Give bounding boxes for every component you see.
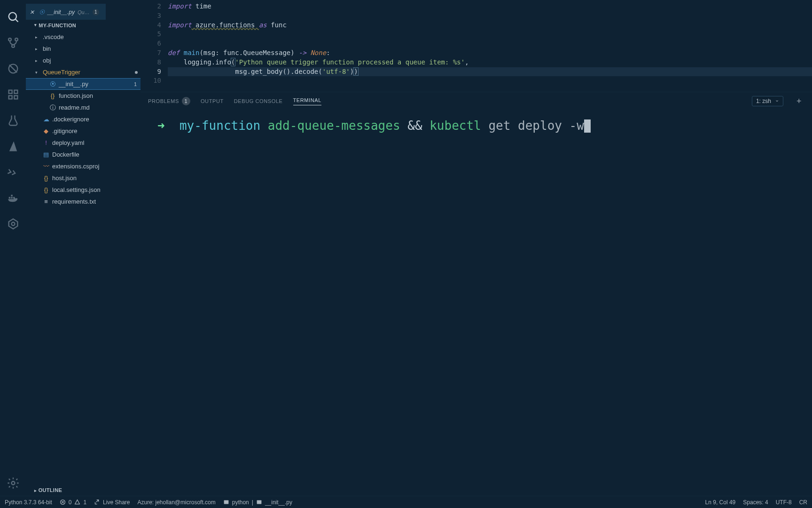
tree-item--dockerignore[interactable]: ☁.dockerignore bbox=[26, 113, 141, 125]
outline-section-header[interactable]: ▸ OUTLINE bbox=[26, 484, 141, 496]
tree-item-Dockerfile[interactable]: ▤Dockerfile bbox=[26, 149, 141, 160]
file-type-icon: ≡ bbox=[43, 198, 49, 205]
code-content: import time import azure.functions as fu… bbox=[168, 0, 812, 92]
explorer-section-header[interactable]: ▾ MY-FUNCTION bbox=[26, 20, 141, 31]
status-spaces[interactable]: Spaces: 4 bbox=[743, 499, 768, 506]
svg-point-3 bbox=[15, 38, 18, 41]
docker-icon[interactable] bbox=[0, 185, 26, 211]
test-icon[interactable] bbox=[0, 107, 26, 133]
tree-item-host-json[interactable]: {}host.json bbox=[26, 172, 141, 184]
terminal-selector[interactable]: 1: zsh bbox=[752, 96, 783, 106]
tab-terminal[interactable]: TERMINAL bbox=[293, 97, 321, 105]
file-type-icon: ◆ bbox=[43, 127, 49, 135]
file-type-icon: ⦿ bbox=[49, 80, 56, 87]
tree-item-__init__-py[interactable]: ⦿__init__.py1 bbox=[26, 78, 141, 90]
file-type-icon: ⓘ bbox=[49, 103, 56, 112]
svg-point-2 bbox=[8, 38, 11, 41]
tab-output[interactable]: OUTPUT bbox=[201, 98, 224, 104]
kubernetes-icon[interactable] bbox=[0, 211, 26, 237]
file-type-icon: {} bbox=[43, 186, 49, 193]
status-cursor[interactable]: Ln 9, Col 49 bbox=[705, 499, 736, 506]
tab-folder: Qu… bbox=[78, 9, 90, 15]
editor-tab[interactable]: ✕ ⦿ __init__.py Qu… 1 bbox=[26, 4, 106, 20]
python-env-icon bbox=[223, 499, 229, 505]
tree-item-extensions-csproj[interactable]: 〰extensions.csproj bbox=[26, 160, 141, 172]
svg-rect-12 bbox=[11, 197, 13, 198]
tree-item--gitignore[interactable]: ◆.gitignore bbox=[26, 125, 141, 137]
tree-item-obj[interactable]: ▸obj bbox=[26, 55, 141, 66]
svg-point-17 bbox=[11, 481, 15, 484]
status-python[interactable]: Python 3.7.3 64-bit bbox=[5, 499, 52, 506]
bottom-panel: PROBLEMS 1 OUTPUT DEBUG CONSOLE TERMINAL… bbox=[141, 92, 812, 496]
file-type-icon: ☁ bbox=[43, 116, 49, 123]
svg-rect-9 bbox=[8, 95, 12, 99]
debug-icon[interactable] bbox=[0, 56, 26, 81]
file-icon bbox=[256, 499, 262, 505]
svg-rect-11 bbox=[8, 197, 10, 198]
tab-filename: __init__.py bbox=[47, 9, 75, 16]
tree-item--vscode[interactable]: ▸.vscode bbox=[26, 31, 141, 43]
status-encoding[interactable]: UTF-8 bbox=[776, 499, 792, 506]
svg-point-0 bbox=[8, 12, 16, 20]
file-type-icon: {} bbox=[49, 92, 56, 99]
problems-badge: 1 bbox=[182, 97, 190, 105]
file-type-icon: ▤ bbox=[43, 151, 49, 158]
tree-item-bin[interactable]: ▸bin bbox=[26, 43, 141, 55]
status-bar: Python 3.7.3 64-bit 0 1 Live Share Azure… bbox=[0, 496, 812, 508]
svg-rect-14 bbox=[11, 195, 13, 197]
chevron-right-icon: ▸ bbox=[34, 488, 37, 493]
svg-point-16 bbox=[11, 222, 15, 225]
file-type-icon: ! bbox=[43, 139, 49, 146]
sidebar: ✕ ⦿ __init__.py Qu… 1 ▾ MY-FUNCTION ▸.vs… bbox=[26, 0, 141, 496]
tab-problems[interactable]: PROBLEMS 1 bbox=[148, 97, 190, 105]
terminal-output[interactable]: ➜ my-function add-queue-messages && kube… bbox=[141, 110, 812, 496]
azure-icon[interactable] bbox=[0, 133, 26, 159]
tree-item-requirements-txt[interactable]: ≡requirements.txt bbox=[26, 196, 141, 207]
status-problems[interactable]: 0 1 bbox=[60, 499, 86, 506]
modified-indicator bbox=[135, 71, 138, 74]
status-azure[interactable]: Azure: jehollan@microsoft.com bbox=[137, 499, 215, 506]
outline-title: OUTLINE bbox=[39, 487, 62, 493]
svg-line-1 bbox=[15, 19, 18, 22]
status-pyenv[interactable]: python | __init__.py bbox=[223, 499, 292, 506]
extensions-icon[interactable] bbox=[0, 81, 26, 107]
tab-badge: 1 bbox=[93, 9, 99, 16]
svg-marker-15 bbox=[8, 219, 17, 229]
svg-rect-7 bbox=[8, 90, 12, 93]
tree-item-deploy-yaml[interactable]: !deploy.yaml bbox=[26, 137, 141, 149]
python-file-icon: ⦿ bbox=[39, 9, 45, 16]
explorer-icon[interactable] bbox=[0, 4, 26, 30]
tree-item-function-json[interactable]: {}function.json bbox=[26, 90, 141, 102]
new-terminal-button[interactable]: + bbox=[794, 96, 804, 106]
remote-icon[interactable] bbox=[0, 159, 26, 185]
tab-debug-console[interactable]: DEBUG CONSOLE bbox=[234, 98, 283, 104]
warning-icon bbox=[74, 499, 80, 505]
tree-item-local-settings-json[interactable]: {}local.settings.json bbox=[26, 184, 141, 196]
svg-rect-10 bbox=[14, 95, 17, 99]
svg-rect-22 bbox=[257, 500, 262, 504]
tree-item-QueueTrigger[interactable]: ▾QueueTrigger bbox=[26, 66, 141, 78]
svg-line-6 bbox=[9, 64, 16, 72]
explorer-title: MY-FUNCTION bbox=[39, 23, 76, 28]
status-liveshare[interactable]: Live Share bbox=[94, 499, 130, 506]
line-gutter: 2345678910 bbox=[141, 0, 168, 92]
source-control-icon[interactable] bbox=[0, 30, 26, 56]
error-icon bbox=[60, 499, 66, 505]
file-tree: ▸.vscode▸bin▸obj▾QueueTrigger⦿__init__.p… bbox=[26, 31, 141, 484]
liveshare-icon bbox=[94, 499, 100, 505]
settings-gear-icon[interactable] bbox=[0, 470, 26, 496]
code-editor[interactable]: 2345678910 import time import azure.func… bbox=[141, 0, 812, 92]
panel-tabs: PROBLEMS 1 OUTPUT DEBUG CONSOLE TERMINAL… bbox=[141, 92, 812, 110]
svg-rect-8 bbox=[14, 90, 17, 93]
close-icon[interactable]: ✕ bbox=[30, 9, 36, 16]
file-type-icon: {} bbox=[43, 175, 49, 182]
activity-bar bbox=[0, 0, 26, 496]
svg-rect-21 bbox=[224, 500, 228, 504]
terminal-cursor bbox=[584, 119, 591, 133]
chevron-down-icon: ▾ bbox=[34, 23, 37, 27]
status-eol[interactable]: CR bbox=[799, 499, 807, 506]
tree-item-readme-md[interactable]: ⓘreadme.md bbox=[26, 102, 141, 113]
file-type-icon: 〰 bbox=[43, 163, 49, 170]
